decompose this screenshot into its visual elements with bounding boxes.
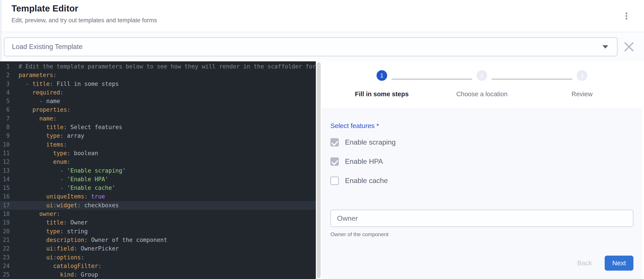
line-number: 4 [0, 88, 10, 97]
line-number: 23 [0, 253, 10, 262]
code-text: required: [10, 88, 64, 97]
checkbox-label: Enable HPA [345, 157, 383, 166]
step-label: Review [572, 90, 592, 98]
code-line[interactable]: 4 required: [0, 88, 316, 97]
kebab-dot [626, 18, 628, 20]
stepper: 1 Fill in some steps 2 Choose a location… [332, 70, 632, 98]
checkbox-icon[interactable] [330, 177, 339, 185]
code-line[interactable]: 22 ui:field: OwnerPicker [0, 244, 316, 253]
code-line[interactable]: 12 enum: [0, 158, 316, 166]
line-number: 15 [0, 184, 10, 192]
stepper-connector [392, 79, 472, 79]
checkbox-icon[interactable] [330, 157, 339, 166]
code-text: properties: [10, 105, 70, 114]
line-number: 18 [0, 210, 10, 218]
select-features-label: Select features * [330, 122, 634, 130]
code-text: title: Select features [10, 123, 122, 132]
code-line[interactable]: 15 - 'Enable cache' [0, 184, 316, 192]
code-text: ui:field: OwnerPicker [10, 244, 119, 253]
line-number: 8 [0, 123, 10, 132]
editor-scrollbar[interactable] [317, 62, 321, 278]
code-line[interactable]: 19 title: Owner [0, 218, 316, 227]
code-line[interactable]: 11 type: boolean [0, 149, 316, 158]
step-label: Choose a location [456, 90, 508, 98]
code-line[interactable]: 2parameters: [0, 71, 316, 79]
code-text: uniqueItems: true [10, 192, 105, 201]
back-button[interactable]: Back [577, 259, 592, 267]
checkbox-label: Enable cache [345, 177, 388, 185]
line-number: 9 [0, 132, 10, 140]
code-text: # Edit the template parameters below to … [10, 62, 316, 71]
line-number: 12 [0, 158, 10, 166]
code-line[interactable]: 6 properties: [0, 105, 316, 114]
page-title: Template Editor [12, 3, 644, 13]
code-text: kind: Group [10, 271, 98, 279]
code-text: description: Owner of the component [10, 236, 167, 244]
checkbox-enable-hpa[interactable]: Enable HPA [330, 152, 634, 171]
code-text: parameters: [10, 71, 56, 79]
code-line[interactable]: 1# Edit the template parameters below to… [0, 62, 316, 71]
chevron-down-icon[interactable] [602, 45, 608, 48]
load-existing-template-select[interactable]: Load Existing Template [4, 37, 618, 56]
code-text: catalogFilter: [10, 262, 102, 271]
code-text: type: boolean [10, 149, 98, 158]
step-fill-in-some-steps[interactable]: 1 Fill in some steps [332, 70, 432, 98]
code-line[interactable]: 24 catalogFilter: [0, 262, 316, 271]
code-text: - 'Enable cache' [10, 184, 115, 192]
checkbox-enable-scraping[interactable]: Enable scraping [330, 133, 634, 152]
code-text: ui:widget: checkboxes [10, 201, 119, 210]
code-line[interactable]: 3 - title: Fill in some steps [0, 80, 316, 88]
code-line[interactable]: 8 title: Select features [0, 123, 316, 132]
template-editor-page: Template Editor Edit, preview, and try o… [0, 0, 644, 279]
main-split: 1# Edit the template parameters below to… [0, 61, 644, 279]
code-line[interactable]: 21 description: Owner of the component [0, 236, 316, 244]
code-editor[interactable]: 1# Edit the template parameters below to… [0, 61, 316, 279]
form-card: Select features * Enable scraping Enable… [322, 108, 642, 279]
step-choose-a-location[interactable]: 2 Choose a location [432, 70, 532, 98]
code-line[interactable]: 18 owner: [0, 210, 316, 218]
code-text: type: array [10, 132, 84, 140]
line-number: 17 [0, 201, 10, 210]
code-line[interactable]: 16 uniqueItems: true [0, 192, 316, 201]
owner-input[interactable]: Owner [330, 210, 634, 227]
line-number: 24 [0, 262, 10, 271]
template-preview-panel: 1 Fill in some steps 2 Choose a location… [316, 61, 644, 279]
kebab-dot [626, 12, 628, 14]
line-number: 21 [0, 236, 10, 244]
code-line[interactable]: 7 name: [0, 114, 316, 123]
step-circle: 1 [376, 70, 387, 81]
code-text: items: [10, 140, 67, 149]
line-number: 10 [0, 140, 10, 149]
code-text: - name [10, 97, 60, 105]
kebab-dot [626, 15, 628, 17]
code-line[interactable]: 10 items: [0, 140, 316, 149]
code-line[interactable]: 23 ui:options: [0, 253, 316, 262]
code-line[interactable]: 14 - 'Enable HPA' [0, 175, 316, 184]
checkbox-icon[interactable] [330, 138, 339, 147]
code-text: name: [10, 114, 56, 123]
code-line[interactable]: 20 type: string [0, 227, 316, 236]
owner-field-group: Owner Owner of the component [330, 210, 634, 238]
line-number: 7 [0, 114, 10, 123]
line-number: 22 [0, 244, 10, 253]
load-template-bar: Load Existing Template [0, 32, 644, 61]
select-features-text: Select features [330, 122, 374, 129]
stepper-connector [492, 79, 572, 79]
left-edge-strip [0, 0, 2, 61]
next-button[interactable]: Next [605, 256, 634, 271]
code-line[interactable]: 25 kind: Group [0, 271, 316, 279]
code-line[interactable]: 5 - name [0, 97, 316, 105]
code-line[interactable]: 13 - 'Enable scraping' [0, 166, 316, 175]
step-review[interactable]: 3 Review [532, 70, 632, 98]
code-text: - 'Enable HPA' [10, 175, 108, 184]
owner-placeholder: Owner [337, 214, 358, 223]
line-number: 25 [0, 271, 10, 279]
code-line[interactable]: 9 type: array [0, 132, 316, 140]
kebab-menu-icon[interactable] [621, 10, 632, 21]
required-marker: * [376, 122, 379, 129]
checkbox-enable-cache[interactable]: Enable cache [330, 171, 634, 190]
form-actions: Back Next [330, 256, 634, 271]
code-line[interactable]: 17 ui:widget: checkboxes [0, 201, 316, 210]
line-number: 11 [0, 149, 10, 158]
close-icon[interactable] [623, 41, 635, 52]
